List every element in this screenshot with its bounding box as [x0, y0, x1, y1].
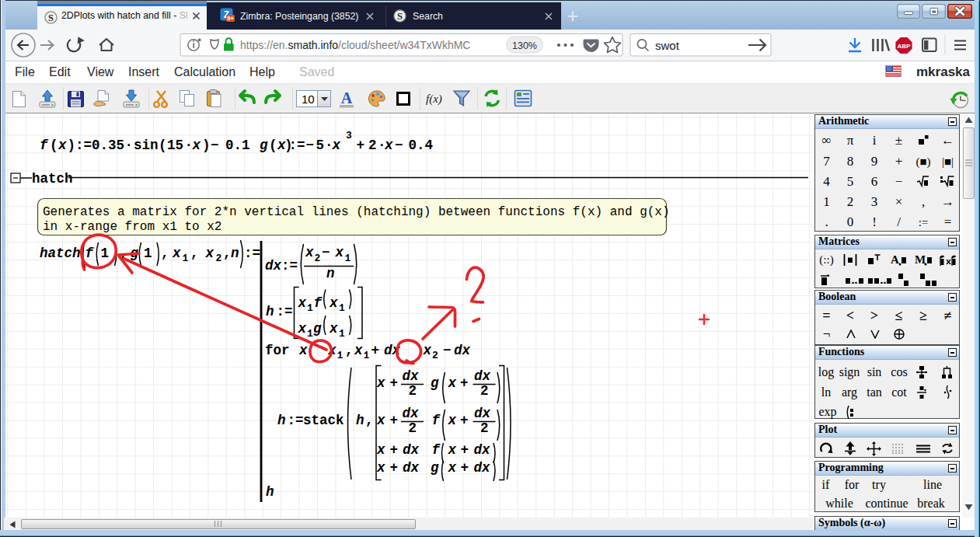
svg-text:Generates a matrix for 2*n ver: Generates a matrix for 2*n vertical line…	[43, 205, 670, 219]
svg-text:,: ,	[190, 246, 199, 261]
svg-text:dx: dx	[403, 442, 420, 458]
svg-text:x: x	[329, 321, 338, 336]
svg-text:2: 2	[315, 253, 321, 264]
svg-text:x: x	[376, 413, 385, 428]
svg-text:3: 3	[346, 130, 352, 141]
svg-text:A: A	[891, 253, 899, 266]
svg-text:f: f	[40, 138, 49, 153]
svg-text:−: −	[322, 245, 330, 260]
svg-text:+: +	[390, 375, 399, 391]
svg-text:·: ·	[185, 138, 194, 153]
svg-text:x: x	[448, 460, 457, 476]
svg-text:+: +	[390, 460, 399, 476]
svg-text:,: ,	[345, 343, 354, 358]
svg-text:n: n	[231, 246, 239, 261]
svg-text:g: g	[313, 321, 322, 336]
svg-text:x: x	[376, 460, 385, 476]
svg-text:,: ,	[223, 246, 232, 261]
svg-text:+: +	[461, 460, 469, 476]
svg-text:dx: dx	[403, 460, 420, 476]
svg-text:f: f	[432, 442, 441, 458]
svg-text:1: 1	[183, 253, 189, 264]
svg-text:x: x	[192, 138, 201, 153]
svg-text:hatch: hatch	[40, 246, 81, 261]
svg-text:for: for	[265, 343, 290, 358]
svg-text::=: :=	[288, 413, 304, 428]
svg-text:0.4: 0.4	[409, 138, 434, 153]
svg-text:h: h	[266, 304, 274, 319]
svg-text:x: x	[335, 245, 344, 260]
svg-text:·: ·	[125, 138, 134, 153]
svg-text:x: x	[329, 295, 338, 311]
svg-text:n: n	[326, 266, 335, 281]
svg-text:+: +	[460, 375, 469, 391]
svg-text:swot: swot	[655, 39, 680, 52]
svg-text:15: 15	[167, 138, 183, 153]
svg-text:h: h	[266, 484, 274, 500]
svg-text:x: x	[376, 375, 385, 391]
svg-text:M: M	[915, 253, 926, 266]
svg-text:sin: sin	[134, 138, 159, 153]
svg-text:−: −	[211, 138, 219, 153]
svg-text:x: x	[298, 343, 308, 358]
svg-text:+: +	[357, 138, 365, 153]
svg-text:g: g	[431, 375, 439, 391]
svg-text:A: A	[341, 89, 353, 106]
svg-text:−: −	[306, 138, 315, 153]
svg-text:2: 2	[480, 420, 489, 436]
svg-text:5: 5	[316, 138, 325, 153]
svg-text:x: x	[384, 138, 393, 153]
svg-text::=: :=	[289, 138, 305, 153]
svg-text:x: x	[423, 343, 432, 358]
svg-text:S: S	[397, 11, 403, 22]
svg-text:2: 2	[432, 350, 438, 361]
svg-text:f: f	[314, 295, 323, 311]
svg-text:stack: stack	[303, 413, 344, 428]
svg-text:1: 1	[101, 246, 110, 261]
svg-text:1: 1	[339, 302, 345, 314]
svg-text:in x-range from x1 to x2: in x-range from x1 to x2	[43, 220, 221, 234]
svg-text:ABP: ABP	[898, 43, 912, 50]
svg-text:1: 1	[339, 328, 345, 340]
svg-text:dx: dx	[474, 460, 491, 476]
svg-text:1: 1	[307, 302, 313, 314]
svg-text:(: (	[269, 138, 277, 153]
svg-text:+: +	[371, 343, 380, 358]
svg-text:(: (	[159, 138, 167, 153]
svg-text:2: 2	[480, 383, 489, 399]
svg-text:f: f	[432, 413, 441, 428]
svg-text:f: f	[85, 246, 95, 261]
svg-text::=: :=	[281, 258, 298, 274]
svg-text:+: +	[461, 442, 469, 458]
svg-text:): )	[202, 138, 211, 153]
svg-text:x: x	[354, 343, 363, 358]
svg-text:x: x	[205, 246, 214, 261]
svg-text:g: g	[431, 460, 439, 476]
svg-text:h: h	[356, 413, 364, 428]
svg-text:+: +	[460, 413, 469, 428]
svg-text:x: x	[298, 295, 307, 311]
svg-text:+: +	[390, 413, 399, 428]
svg-text:f(x): f(x)	[426, 92, 442, 106]
svg-text:,: ,	[161, 246, 169, 261]
svg-text:130%: 130%	[512, 40, 537, 51]
svg-text:1: 1	[307, 328, 313, 340]
svg-text:S: S	[48, 12, 54, 23]
svg-text:0.35: 0.35	[92, 138, 124, 153]
svg-text:https://en.smath.info/cloud/sh: https://en.smath.info/cloud/sheet/w34TxW…	[240, 39, 470, 51]
svg-text:−: −	[395, 138, 403, 153]
svg-text:dx: dx	[265, 258, 282, 274]
svg-text:dx: dx	[403, 406, 420, 421]
svg-text:1: 1	[345, 253, 351, 264]
svg-text:+: +	[390, 442, 399, 458]
svg-text:9+: 9+	[227, 15, 234, 22]
svg-text:x: x	[58, 138, 67, 153]
svg-text:2: 2	[368, 138, 377, 153]
svg-text:,: ,	[365, 413, 374, 428]
svg-text:(: (	[50, 138, 58, 153]
svg-text:x: x	[305, 245, 314, 260]
svg-text:dx: dx	[474, 406, 491, 421]
svg-text:g: g	[260, 138, 268, 153]
svg-text:dx: dx	[474, 368, 491, 384]
svg-text:x: x	[298, 321, 307, 336]
